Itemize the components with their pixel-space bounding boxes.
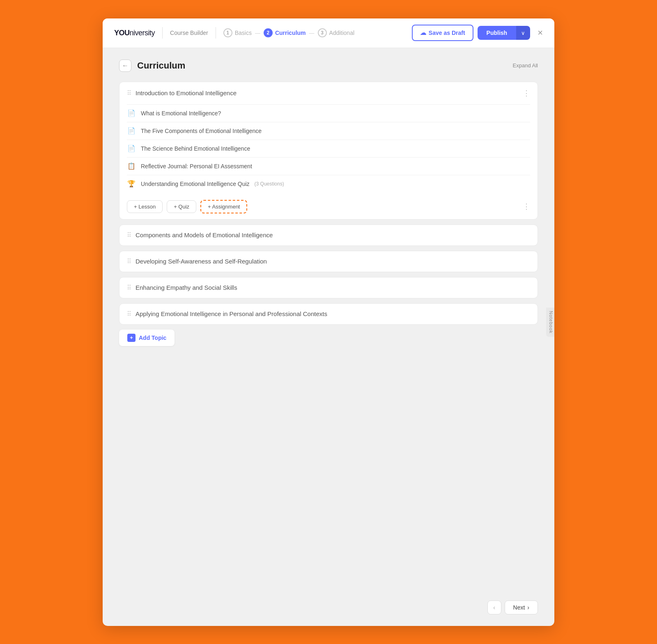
action-quiz-button[interactable]: + Quiz	[167, 200, 196, 213]
topics-list: ⠿ Introduction to Emotional Intelligence…	[119, 82, 538, 325]
step2-num: 2	[264, 28, 273, 37]
notebook-tab[interactable]: Notebook	[546, 307, 554, 337]
lesson-item-1-5: 🏆 Understanding Emotional Intelligence Q…	[127, 175, 530, 193]
step1-label: Basics	[235, 30, 252, 36]
breadcrumb-divider	[216, 27, 216, 39]
topic-title-3: Developing Self-Awareness and Self-Regul…	[136, 258, 530, 265]
topic-header-1: ⠿ Introduction to Emotional Intelligence…	[119, 82, 538, 104]
logo: YOUniversity	[114, 29, 155, 37]
course-builder-label: Course Builder	[170, 30, 208, 36]
lesson-icon-1-3: 📄	[127, 144, 136, 153]
publish-button[interactable]: Publish	[478, 26, 517, 40]
chevron-down-icon: ∨	[521, 30, 525, 36]
topic-title-2: Components and Models of Emotional Intel…	[136, 231, 530, 238]
topic-section-1: ⠿ Introduction to Emotional Intelligence…	[119, 82, 538, 220]
step1: 1 Basics	[223, 28, 252, 37]
step1-arrow: —	[255, 30, 260, 36]
expand-all-button[interactable]: Expand All	[513, 62, 538, 69]
lesson-title-1-1: What is Emotional Intelligence?	[141, 110, 221, 117]
add-topic-label: Add Topic	[139, 335, 166, 341]
step1-num: 1	[223, 28, 232, 37]
topic-more-actions-1[interactable]: ⋮	[523, 202, 530, 211]
step2-arrow: —	[309, 30, 315, 36]
close-button[interactable]: ×	[538, 28, 543, 37]
topic-more-1[interactable]: ⋮	[523, 89, 530, 98]
cloud-icon: ☁	[420, 29, 426, 37]
lesson-item-1-3: 📄 The Science Behind Emotional Intellige…	[127, 140, 530, 157]
lesson-icon-1-2: 📄	[127, 126, 136, 135]
topic-title-5: Applying Emotional Intelligence in Perso…	[136, 310, 530, 317]
modal-container: YOUniversity Course Builder 1 Basics — 2…	[103, 18, 554, 626]
back-icon: ←	[122, 62, 129, 69]
lesson-icon-1-1: 📄	[127, 109, 136, 118]
bottom-navigation: ‹ Next ›	[103, 593, 554, 626]
drag-handle-1: ⠿	[127, 89, 131, 97]
next-button[interactable]: Next ›	[505, 600, 538, 614]
breadcrumb: 1 Basics — 2 Curriculum — 3 Additional	[223, 28, 404, 37]
lesson-icon-1-4: 📋	[127, 162, 136, 171]
drag-handle-3: ⠿	[127, 258, 131, 265]
step3: 3 Additional	[318, 28, 355, 37]
add-topic-button[interactable]: + Add Topic	[119, 330, 175, 346]
save-draft-button[interactable]: ☁ Save as Draft	[412, 25, 473, 41]
publish-group: Publish ∨	[478, 26, 531, 40]
lesson-title-1-2: The Five Components of Emotional Intelli…	[141, 128, 262, 134]
topic-header-2: ⠿ Components and Models of Emotional Int…	[119, 225, 538, 245]
topic-title-1: Introduction to Emotional Intelligence	[136, 89, 519, 96]
publish-dropdown-button[interactable]: ∨	[516, 26, 530, 40]
lesson-badge-1-5: (3 Questions)	[255, 181, 284, 187]
header-divider	[162, 27, 163, 39]
action-assignment-button[interactable]: + Assignment	[200, 200, 247, 213]
save-draft-label: Save as Draft	[429, 30, 465, 36]
next-label: Next	[513, 604, 525, 611]
logo-niversity: niversity	[130, 29, 155, 37]
topic-section-5: ⠿ Applying Emotional Intelligence in Per…	[119, 303, 538, 325]
add-topic-icon: +	[127, 334, 136, 342]
topic-header-5: ⠿ Applying Emotional Intelligence in Per…	[119, 304, 538, 324]
step3-num: 3	[318, 28, 327, 37]
header-actions: ☁ Save as Draft Publish ∨ ×	[412, 25, 543, 41]
topic-header-4: ⠿ Enhancing Empathy and Social Skills	[119, 277, 538, 298]
topic-section-2: ⠿ Components and Models of Emotional Int…	[119, 225, 538, 246]
drag-handle-2: ⠿	[127, 231, 131, 239]
page-title: Curriculum	[137, 60, 185, 71]
step2: 2 Curriculum	[264, 28, 306, 37]
lesson-item-1-4: 📋 Reflective Journal: Personal EI Assess…	[127, 157, 530, 175]
step3-label: Additional	[329, 30, 355, 36]
main-content: ← Curriculum Expand All ⠿ Introduction t…	[103, 48, 554, 593]
prev-button[interactable]: ‹	[487, 600, 501, 614]
back-button[interactable]: ←	[119, 60, 131, 72]
lesson-title-1-5: Understanding Emotional Intelligence Qui…	[141, 181, 250, 187]
step2-label: Curriculum	[275, 30, 306, 36]
prev-icon: ‹	[493, 604, 495, 611]
lesson-item-1-2: 📄 The Five Components of Emotional Intel…	[127, 122, 530, 140]
lesson-list-1: 📄 What is Emotional Intelligence? 📄 The …	[119, 104, 538, 196]
lesson-title-1-3: The Science Behind Emotional Intelligenc…	[141, 145, 250, 152]
topic-section-3: ⠿ Developing Self-Awareness and Self-Reg…	[119, 251, 538, 272]
topic-header-3: ⠿ Developing Self-Awareness and Self-Reg…	[119, 251, 538, 272]
header: YOUniversity Course Builder 1 Basics — 2…	[103, 18, 554, 48]
content-title-row: ← Curriculum	[119, 60, 185, 72]
action-lesson-button[interactable]: + Lesson	[127, 200, 163, 213]
topic-bottom-actions-1: + Lesson+ Quiz+ Assignment⋮	[119, 196, 538, 219]
logo-you: YOU	[114, 29, 130, 37]
lesson-item-1-1: 📄 What is Emotional Intelligence?	[127, 104, 530, 122]
topic-title-4: Enhancing Empathy and Social Skills	[136, 284, 530, 291]
next-icon: ›	[527, 604, 529, 611]
lesson-title-1-4: Reflective Journal: Personal EI Assessme…	[141, 163, 252, 170]
content-header: ← Curriculum Expand All	[119, 60, 538, 72]
drag-handle-4: ⠿	[127, 284, 131, 291]
drag-handle-5: ⠿	[127, 310, 131, 318]
lesson-icon-1-5: 🏆	[127, 179, 136, 188]
topic-section-4: ⠿ Enhancing Empathy and Social Skills	[119, 277, 538, 298]
